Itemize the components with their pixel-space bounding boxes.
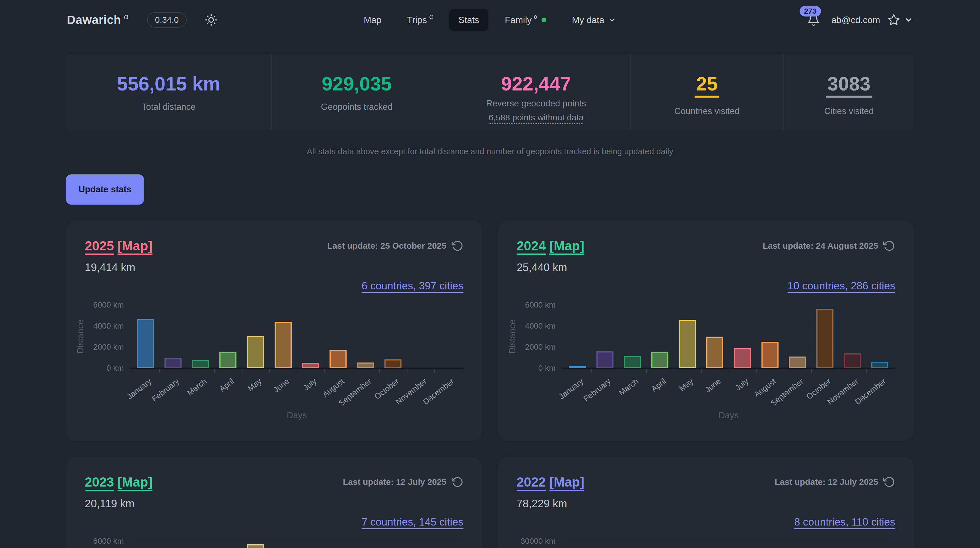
bar-may [247,544,264,548]
stats-summary-panel: 556,015 kmTotal distance929,035Geopoints… [66,54,914,130]
bar-june [706,337,723,368]
x-axis-tick [187,369,187,373]
map-link[interactable]: [Map] [549,238,584,253]
update-stats-button[interactable]: Update stats [66,175,144,205]
stat-value: 25 [695,74,720,98]
x-axis-month-label: March [185,377,208,397]
points-without-data-link[interactable]: 6,588 points without data [488,113,584,122]
year-link[interactable]: 2024 [517,238,546,253]
x-axis-tick [729,369,729,373]
bar-february [164,358,181,368]
y-axis-tick-label: 0 km [87,364,124,373]
x-axis-month-label: July [733,377,750,392]
user-email[interactable]: ab@cd.com [832,15,880,25]
year-cards-grid: 2025 [Map]Last update: 25 October 202519… [66,221,914,548]
refresh-icon[interactable] [452,240,463,252]
last-update-text: Last update: 25 October 2025 [327,241,446,251]
x-axis-month-label: December [853,377,888,407]
stat-label: Geopoints tracked [272,102,442,112]
notifications-bell-icon[interactable]: 273 [807,13,820,27]
refresh-icon[interactable] [883,476,895,488]
year-card-2024: 2024 [Map]Last update: 24 August 202525,… [498,221,914,441]
last-update-text: Last update: 12 July 2025 [343,477,447,487]
year-link[interactable]: 2025 [85,238,114,253]
bar-march [624,356,641,368]
app-title: Dawarich [67,13,121,27]
gridline [564,541,894,542]
nav-item-map[interactable]: Map [355,9,390,31]
last-update: Last update: 24 August 2025 [763,240,895,252]
bar-august [762,342,778,368]
countries-cities-link[interactable]: 7 countries, 145 cities [362,516,463,528]
distance-bar-chart: 0 km2000 km4000 km6000 kmJanuaryFebruary… [85,296,463,415]
x-axis-month-label: July [302,377,318,392]
x-axis-tick [646,369,647,373]
stat-label: Cities visited [784,106,914,116]
nav-item-family[interactable]: Familyα [496,9,555,31]
year-link[interactable]: 2022 [517,475,546,489]
theme-toggle-sun-icon[interactable] [205,14,217,26]
year-distance: 19,414 km [85,262,463,274]
map-link[interactable]: [Map] [549,475,584,489]
distance-bar-chart: 0 km10000 km20000 km30000 kmJanuaryFebru… [517,532,896,548]
nav-item-stats[interactable]: Stats [449,9,488,31]
bar-october [816,309,834,368]
y-axis-tick-label: 6000 km [87,537,124,546]
app-logo[interactable]: Dawarich α [67,13,128,27]
bar-november [844,353,861,368]
x-axis-month-label: August [321,377,346,399]
stat-value: 929,035 [322,74,392,93]
x-axis-month-label: April [649,377,668,394]
x-axis-month-label: March [617,377,640,397]
last-update-text: Last update: 24 August 2025 [763,241,878,251]
year-distance: 25,440 km [517,262,896,274]
x-axis-tick [756,369,757,373]
alpha-badge: α [534,13,538,20]
year-card-2022: 2022 [Map]Last update: 12 July 202578,22… [498,457,914,548]
nav-item-my-data[interactable]: My data [563,9,625,31]
user-menu-chevron-down-icon[interactable] [904,15,913,24]
family-online-dot [541,17,546,22]
x-axis-tick [269,369,270,373]
stat-value: 922,447 [501,74,571,93]
y-axis-tick-label: 4000 km [519,321,556,330]
gridline [132,347,462,348]
y-axis-tick-label: 6000 km [519,300,556,310]
version-badge: 0.34.0 [147,12,187,28]
countries-cities-link[interactable]: 8 countries, 110 cities [794,516,895,528]
y-axis-title: Distance [75,319,86,354]
year-card-2023: 2023 [Map]Last update: 12 July 202520,11… [66,457,482,548]
x-axis-tick [242,369,242,373]
refresh-icon[interactable] [883,240,895,252]
countries-cities-link[interactable]: 6 countries, 397 cities [362,280,463,292]
y-axis-tick-label: 0 km [519,364,556,373]
x-axis-tick [619,369,619,373]
x-axis-tick [866,369,867,373]
alpha-badge: α [429,13,433,20]
bar-may [679,320,696,368]
x-axis-tick [564,369,564,373]
x-axis-tick [701,369,702,373]
y-axis-tick-label: 4000 km [87,321,124,330]
star-icon[interactable] [888,14,900,26]
nav-item-trips[interactable]: Tripsα [398,9,442,31]
map-link[interactable]: [Map] [118,238,153,253]
countries-cities-link[interactable]: 10 countries, 286 cities [788,280,895,292]
stat-label: Countries visited [630,106,783,116]
year-link[interactable]: 2023 [85,475,114,489]
refresh-icon[interactable] [452,476,463,488]
bar-october [385,359,401,368]
last-update: Last update: 12 July 2025 [343,476,463,488]
last-update: Last update: 25 October 2025 [327,240,463,252]
x-axis-tick [673,369,674,373]
bar-december [871,362,888,368]
map-link[interactable]: [Map] [118,475,153,489]
x-axis-month-label: February [582,377,612,403]
nav-item-label: Family [505,15,531,25]
main-nav: MapTripsαStatsFamilyαMy data [355,9,625,31]
x-axis-tick [379,369,380,373]
stat-value: 556,015 km [117,74,220,93]
gridline [564,326,894,326]
card-title: 2024 [Map] [517,238,584,254]
x-axis-title: Days [287,410,307,421]
